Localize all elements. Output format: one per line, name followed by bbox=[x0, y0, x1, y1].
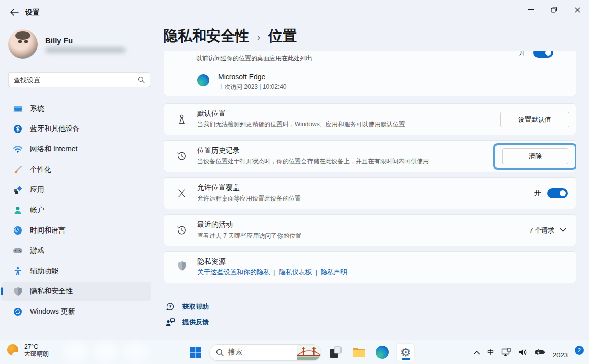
give-feedback-icon bbox=[165, 317, 175, 327]
network-icon bbox=[13, 144, 23, 154]
edge-last-access: 上次访问 2023 | 10:02:40 bbox=[218, 83, 287, 91]
start-button[interactable] bbox=[186, 343, 204, 361]
sidebar: Billy Fu 系统 蓝牙和其他设备 网络和 Internet bbox=[0, 24, 158, 340]
close-button[interactable] bbox=[566, 0, 589, 19]
desktop-apps-note: 以前访问过你的位置的桌面应用在此处列出 bbox=[196, 54, 312, 63]
blurred-taskbar-item bbox=[123, 341, 149, 363]
blurred-taskbar-item bbox=[62, 341, 88, 363]
give-feedback-link[interactable]: 提供反馈 bbox=[182, 318, 209, 327]
get-help-icon: ? bbox=[165, 302, 175, 312]
weather-condition: 大部晴朗 bbox=[24, 350, 49, 357]
sidebar-item-accessibility[interactable]: 辅助功能 bbox=[1, 262, 151, 280]
windows-update-icon bbox=[13, 307, 23, 317]
page-title: 位置 bbox=[268, 26, 297, 46]
settings-window: 设置 Billy Fu 系统 蓝牙和其他设备 bbox=[0, 0, 589, 364]
link-privacy-statement[interactable]: 隐私声明 bbox=[321, 268, 347, 276]
search-icon bbox=[138, 76, 145, 83]
volume-icon[interactable] bbox=[518, 348, 528, 356]
row-title: 隐私资源 bbox=[197, 257, 226, 267]
app-title: 设置 bbox=[25, 8, 40, 17]
sidebar-item-label: 隐私和安全性 bbox=[30, 287, 73, 296]
sidebar-item-system[interactable]: 系统 bbox=[1, 100, 151, 118]
clear-button[interactable]: 清除 bbox=[502, 148, 568, 164]
file-explorer-icon[interactable] bbox=[350, 343, 368, 361]
get-help-link[interactable]: 获取帮助 bbox=[182, 302, 209, 311]
taskbar-search-box[interactable]: 搜索 bbox=[209, 344, 321, 361]
clock-date[interactable]: 2023 bbox=[553, 346, 568, 359]
notification-badge[interactable]: 2 bbox=[575, 346, 584, 355]
sidebar-item-network-internet[interactable]: 网络和 Internet bbox=[1, 140, 151, 158]
network-icon[interactable] bbox=[501, 348, 511, 357]
desktop-apps-card: 开 以前访问过你的位置的桌面应用在此处列出 Microsoft Edge 上次访… bbox=[164, 51, 576, 96]
weather-widget[interactable]: 27°C 大部晴朗 bbox=[6, 343, 49, 357]
recent-activity-icon bbox=[177, 225, 187, 236]
taskbar-center: 搜索 ⚙ bbox=[186, 340, 415, 364]
row-description: 当设备位置处于打开状态时，你的位置会存储在此设备上，并且在有限时间内可供使用 bbox=[197, 157, 429, 166]
ime-indicator[interactable]: 中 bbox=[487, 348, 494, 357]
get-help-row[interactable]: ? 获取帮助 bbox=[165, 302, 576, 312]
weather-icon bbox=[6, 343, 20, 357]
time-language-icon bbox=[13, 225, 23, 236]
tray-chevron-up-icon[interactable] bbox=[473, 350, 480, 355]
battery-charging-icon[interactable] bbox=[535, 349, 546, 356]
sidebar-nav: 系统 蓝牙和其他设备 网络和 Internet 个性化 应用 帐户 bbox=[1, 100, 151, 323]
link-privacy-dashboard[interactable]: 隐私仪表板 bbox=[278, 268, 312, 276]
sidebar-item-label: 个性化 bbox=[30, 165, 51, 174]
row-title: 最近的活动 bbox=[197, 220, 233, 229]
location-history-icon bbox=[177, 151, 187, 161]
search-highlight-bridge-image[interactable] bbox=[297, 344, 321, 361]
minimize-button[interactable] bbox=[519, 0, 542, 19]
link-separator: | bbox=[270, 268, 278, 276]
sidebar-item-privacy-security[interactable]: 隐私和安全性 bbox=[1, 282, 151, 301]
privacy-shield-icon bbox=[177, 261, 187, 271]
gaming-icon bbox=[13, 246, 23, 256]
give-feedback-row[interactable]: 提供反馈 bbox=[165, 317, 576, 327]
settings-content: 开 以前访问过你的位置的桌面应用在此处列出 Microsoft Edge 上次访… bbox=[164, 51, 576, 340]
restore-button[interactable] bbox=[542, 0, 566, 19]
clipped-toggle-label: 开 bbox=[519, 51, 526, 57]
sidebar-item-bluetooth-devices[interactable]: 蓝牙和其他设备 bbox=[1, 120, 151, 138]
recent-activity-row[interactable]: 最近的活动 查看过去 7 天哪些应用访问了你的位置 7 个请求 bbox=[164, 214, 576, 246]
settings-app-icon[interactable]: ⚙ bbox=[396, 343, 415, 361]
sidebar-item-gaming[interactable]: 游戏 bbox=[1, 242, 151, 260]
row-title: 默认位置 bbox=[197, 109, 226, 118]
task-view-icon[interactable] bbox=[326, 343, 345, 361]
desktop-apps-toggle[interactable] bbox=[533, 51, 553, 58]
chevron-down-icon[interactable] bbox=[560, 228, 566, 233]
taskbar: 27°C 大部晴朗 搜索 bbox=[0, 340, 589, 364]
breadcrumb-parent[interactable]: 隐私和安全性 bbox=[164, 26, 249, 46]
default-location-icon bbox=[177, 114, 187, 124]
sidebar-item-time-language[interactable]: 时间和语言 bbox=[1, 221, 151, 240]
system-tray: 中 2023 2 bbox=[473, 340, 584, 364]
personalization-icon bbox=[13, 164, 23, 175]
accessibility-icon bbox=[13, 266, 23, 276]
sidebar-item-personalization[interactable]: 个性化 bbox=[1, 160, 151, 179]
row-title: 位置历史记录 bbox=[197, 146, 240, 155]
link-separator: | bbox=[312, 268, 320, 276]
sidebar-item-accounts[interactable]: 帐户 bbox=[1, 201, 151, 219]
settings-search-box[interactable] bbox=[8, 72, 150, 87]
clear-button-highlight: 清除 bbox=[493, 143, 576, 170]
link-about-settings-privacy[interactable]: 关于这些设置和你的隐私 bbox=[197, 268, 270, 276]
sidebar-item-label: 蓝牙和其他设备 bbox=[30, 124, 80, 134]
sidebar-item-apps[interactable]: 应用 bbox=[1, 181, 151, 199]
settings-search-input[interactable] bbox=[9, 76, 138, 84]
privacy-links: 关于这些设置和你的隐私|隐私仪表板|隐私声明 bbox=[197, 268, 347, 277]
back-button[interactable] bbox=[7, 6, 21, 18]
row-description: 允许远程桌面等应用设置此设备的位置 bbox=[197, 194, 301, 203]
edge-browser-icon[interactable] bbox=[373, 343, 391, 361]
user-name: Billy Fu bbox=[45, 36, 73, 45]
back-arrow-icon bbox=[10, 9, 19, 16]
sidebar-item-windows-update[interactable]: Windows 更新 bbox=[1, 303, 151, 321]
windows-logo-icon bbox=[189, 346, 201, 358]
sidebar-item-label: 帐户 bbox=[30, 206, 44, 215]
apps-icon bbox=[13, 185, 23, 195]
set-default-button[interactable]: 设置默认值 bbox=[500, 112, 569, 127]
user-email-blurred bbox=[45, 47, 126, 53]
titlebar: 设置 bbox=[0, 0, 589, 24]
toggle-state-label: 开 bbox=[534, 189, 541, 198]
user-avatar[interactable] bbox=[8, 29, 38, 59]
window-controls bbox=[519, 0, 589, 20]
location-override-toggle[interactable] bbox=[547, 188, 568, 198]
row-description: 当我们无法检测到更精确的位置时，Windows、应用和服务可以使用默认位置 bbox=[197, 120, 405, 129]
